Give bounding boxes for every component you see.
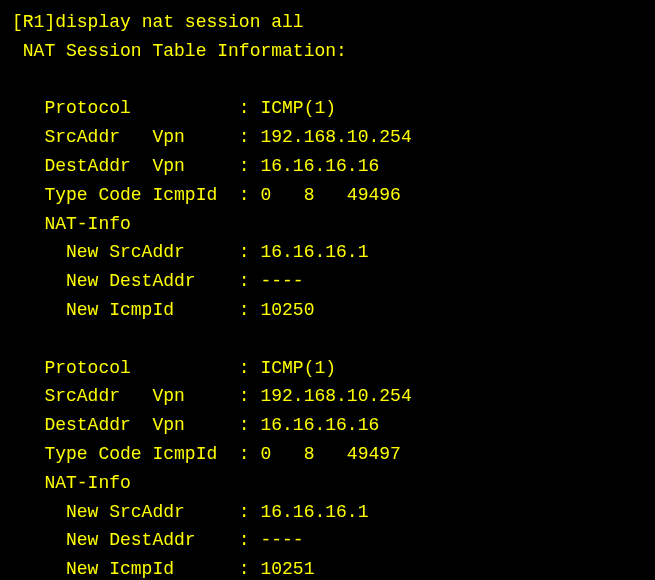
session-row: New SrcAddr : 16.16.16.1	[12, 238, 643, 267]
destaddr-value: 16.16.16.16	[260, 415, 379, 435]
newdest-value: ----	[260, 530, 303, 550]
typecode-label: Type Code IcmpId :	[12, 444, 260, 464]
newdest-label: New DestAddr :	[12, 530, 260, 550]
newsrc-value: 16.16.16.1	[260, 502, 368, 522]
typecode-label: Type Code IcmpId :	[12, 185, 260, 205]
newdest-label: New DestAddr :	[12, 271, 260, 291]
device-prompt: [R1]	[12, 12, 55, 32]
session-row: Type Code IcmpId : 0 8 49497	[12, 440, 643, 469]
session-row: Protocol : ICMP(1)	[12, 94, 643, 123]
session-row: New DestAddr : ----	[12, 526, 643, 555]
session-row: Protocol : ICMP(1)	[12, 354, 643, 383]
protocol-label: Protocol :	[12, 98, 260, 118]
session-row: New SrcAddr : 16.16.16.1	[12, 498, 643, 527]
typecode-value: 0 8 49497	[260, 444, 400, 464]
newdest-value: ----	[260, 271, 303, 291]
newsrc-label: New SrcAddr :	[12, 242, 260, 262]
session-row: SrcAddr Vpn : 192.168.10.254	[12, 123, 643, 152]
command-line[interactable]: [R1]display nat session all	[12, 8, 643, 37]
session-row: New DestAddr : ----	[12, 267, 643, 296]
destaddr-label: DestAddr Vpn :	[12, 415, 260, 435]
session-row: Type Code IcmpId : 0 8 49496	[12, 181, 643, 210]
table-header: NAT Session Table Information:	[12, 37, 643, 66]
session-row: SrcAddr Vpn : 192.168.10.254	[12, 382, 643, 411]
newicmp-value: 10251	[260, 559, 314, 579]
session-row: DestAddr Vpn : 16.16.16.16	[12, 152, 643, 181]
srcaddr-value: 192.168.10.254	[260, 127, 411, 147]
newsrc-value: 16.16.16.1	[260, 242, 368, 262]
newicmp-value: 10250	[260, 300, 314, 320]
newicmp-label: New IcmpId :	[12, 300, 260, 320]
session-row: New IcmpId : 10250	[12, 296, 643, 325]
newsrc-label: New SrcAddr :	[12, 502, 260, 522]
protocol-label: Protocol :	[12, 358, 260, 378]
destaddr-label: DestAddr Vpn :	[12, 156, 260, 176]
srcaddr-label: SrcAddr Vpn :	[12, 386, 260, 406]
session-row: New IcmpId : 10251	[12, 555, 643, 580]
destaddr-value: 16.16.16.16	[260, 156, 379, 176]
srcaddr-label: SrcAddr Vpn :	[12, 127, 260, 147]
protocol-value: ICMP(1)	[260, 98, 336, 118]
newicmp-label: New IcmpId :	[12, 559, 260, 579]
protocol-value: ICMP(1)	[260, 358, 336, 378]
typecode-value: 0 8 49496	[260, 185, 400, 205]
blank-row	[12, 325, 643, 354]
command-text: display nat session all	[55, 12, 303, 32]
srcaddr-value: 192.168.10.254	[260, 386, 411, 406]
blank-row	[12, 66, 643, 95]
natinfo-row: NAT-Info	[12, 469, 643, 498]
natinfo-row: NAT-Info	[12, 210, 643, 239]
session-row: DestAddr Vpn : 16.16.16.16	[12, 411, 643, 440]
